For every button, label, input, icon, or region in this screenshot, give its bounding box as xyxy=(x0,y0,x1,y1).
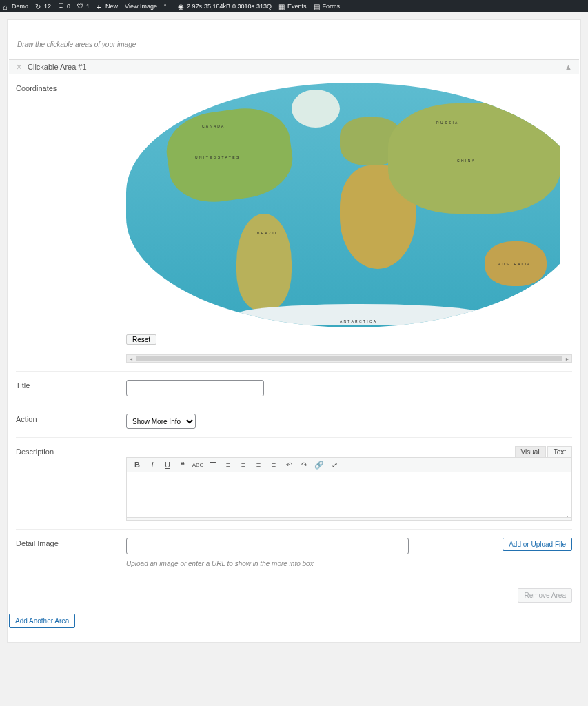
map-label-brazil: B r a z i l xyxy=(257,231,277,235)
italic-button[interactable]: I xyxy=(148,460,157,470)
title-input[interactable] xyxy=(126,380,264,396)
updates-icon xyxy=(35,3,42,10)
adminbar-updates-count: 12 xyxy=(44,3,51,10)
remove-area-button[interactable]: Remove Area xyxy=(518,588,572,603)
adminbar-qm-mem: 35,184kB xyxy=(204,3,230,10)
map-label-russia: R u s s i a xyxy=(436,121,458,125)
area-collapse-icon[interactable]: ▲ xyxy=(565,63,572,71)
row-action: Action Show More Info xyxy=(16,405,572,438)
map-label-aus: A u s t r a l i a xyxy=(498,262,530,266)
rocket-icon: ⟟ xyxy=(164,3,171,10)
map-draw-canvas[interactable]: body / country island / island group reg… xyxy=(126,83,560,327)
link-button[interactable]: 🔗 xyxy=(314,460,324,470)
metabox: Draw the clickable areas of your image ✕… xyxy=(7,19,581,643)
map-label-us: U n i t e d S t a t e s xyxy=(195,155,239,159)
strikethrough-button[interactable]: ABC xyxy=(193,460,203,470)
add-another-area-button[interactable]: Add Another Area xyxy=(9,614,75,628)
adminbar-forms[interactable]: Forms xyxy=(314,3,341,10)
action-select[interactable]: Show More Info xyxy=(126,414,196,429)
label-coordinates: Coordinates xyxy=(16,83,126,92)
adminbar-new[interactable]: New xyxy=(97,3,118,10)
adminbar-wp-rocket[interactable]: ⟟ xyxy=(164,3,171,10)
comment-icon xyxy=(58,3,65,10)
undo-button[interactable]: ↶ xyxy=(284,460,294,470)
label-action: Action xyxy=(16,414,126,423)
adminbar-qm-time: 2.97s xyxy=(187,3,202,10)
shield-icon xyxy=(77,3,84,10)
adminbar-view-image[interactable]: View Image xyxy=(125,3,157,10)
editor-content[interactable] xyxy=(126,472,572,518)
adminbar-forms-label: Forms xyxy=(323,3,341,10)
editor-resize-handle[interactable] xyxy=(126,518,572,521)
control-coordinates: body / country island / island group reg… xyxy=(126,83,572,363)
map-greenland xyxy=(292,90,340,128)
row-description: Description Visual Text B I U ❝ ABC ☰ ≡ xyxy=(16,438,572,530)
adminbar-comments[interactable]: 0 xyxy=(58,3,70,10)
label-title: Title xyxy=(16,380,126,390)
underline-button[interactable]: U xyxy=(163,460,172,470)
adminbar-qm-db: 0.3010s xyxy=(232,3,254,10)
detail-image-input[interactable] xyxy=(126,538,409,554)
row-detail-image: Detail Image Add or Upload File Upload a… xyxy=(16,530,572,576)
reset-button[interactable]: Reset xyxy=(126,334,156,345)
scroll-thumb[interactable] xyxy=(136,356,562,361)
label-description: Description xyxy=(16,446,126,456)
instruction-text: Draw the clickable areas of your image xyxy=(8,28,580,54)
adminbar-events[interactable]: Events xyxy=(278,3,307,10)
forms-icon xyxy=(314,3,321,10)
blockquote-button[interactable]: ❝ xyxy=(178,460,187,470)
adminbar-new-label: New xyxy=(105,3,118,10)
row-remove: Remove Area xyxy=(8,578,580,604)
page-body: Draw the clickable areas of your image ✕… xyxy=(0,12,588,649)
adminbar-view-image-label: View Image xyxy=(125,3,157,10)
adminbar-querymonitor[interactable]: 2.97s 35,184kB 0.3010s 313Q xyxy=(178,3,272,10)
aligncenter-button[interactable]: ≡ xyxy=(254,460,263,470)
map-horizontal-scrollbar[interactable]: ◄ ► xyxy=(126,354,572,363)
adminbar-site-name: Demo xyxy=(12,3,28,10)
fullscreen-button[interactable]: ⤢ xyxy=(330,460,339,470)
adminbar-events-label: Events xyxy=(287,3,307,10)
alignright-button[interactable]: ≡ xyxy=(269,460,278,470)
alignleft-button[interactable]: ≡ xyxy=(239,460,248,470)
calendar-icon xyxy=(278,3,285,10)
detail-image-help: Upload an image or enter a URL to show i… xyxy=(126,560,572,567)
admin-bar: Demo 12 0 1 New View Image ⟟ 2.97s 35,18… xyxy=(0,0,588,12)
map-label-china: C h i n a xyxy=(457,159,474,163)
area-title: Clickable Area #1 xyxy=(28,63,87,71)
scroll-right-icon[interactable]: ► xyxy=(563,356,571,361)
map-legend: body / country island / island group reg… xyxy=(134,84,178,92)
wysiwyg-editor: Visual Text B I U ❝ ABC ☰ ≡ ≡ ≡ ≡ xyxy=(126,446,572,521)
bold-button[interactable]: B xyxy=(132,460,142,470)
redo-button[interactable]: ↷ xyxy=(299,460,309,470)
area-remove-icon[interactable]: ✕ xyxy=(16,63,22,72)
plus-icon xyxy=(97,3,103,10)
adminbar-security[interactable]: 1 xyxy=(77,3,90,10)
scroll-left-icon[interactable]: ◄ xyxy=(127,356,135,361)
numberlist-button[interactable]: ≡ xyxy=(223,460,233,470)
map-south-america xyxy=(236,214,292,310)
gauge-icon xyxy=(178,3,185,10)
row-coordinates: Coordinates body / country island / isla… xyxy=(16,83,572,372)
bulletlist-button[interactable]: ☰ xyxy=(208,460,218,470)
row-add-area: Add Another Area xyxy=(8,604,580,628)
area-body: Coordinates body / country island / isla… xyxy=(8,74,580,578)
adminbar-security-count: 1 xyxy=(86,3,90,10)
add-upload-file-button[interactable]: Add or Upload File xyxy=(503,538,572,551)
world-map-image[interactable]: body / country island / island group reg… xyxy=(126,83,560,327)
home-icon xyxy=(3,3,10,10)
area-header[interactable]: ✕ Clickable Area #1 ▲ xyxy=(9,59,579,74)
adminbar-qm-q: 313Q xyxy=(256,3,272,10)
row-title: Title xyxy=(16,372,572,405)
adminbar-comments-count: 0 xyxy=(67,3,70,10)
adminbar-site[interactable]: Demo xyxy=(3,3,28,10)
map-label-ant: A n t a r c t i c a xyxy=(340,319,376,323)
editor-toolbar: B I U ❝ ABC ☰ ≡ ≡ ≡ ≡ ↶ ↷ 🔗 ⤢ xyxy=(126,457,572,472)
adminbar-updates[interactable]: 12 xyxy=(35,3,51,10)
editor-tab-text[interactable]: Text xyxy=(547,446,572,457)
label-detail-image: Detail Image xyxy=(16,538,126,547)
editor-tab-visual[interactable]: Visual xyxy=(515,446,546,457)
map-label-canada: C a n a d a xyxy=(202,124,224,128)
